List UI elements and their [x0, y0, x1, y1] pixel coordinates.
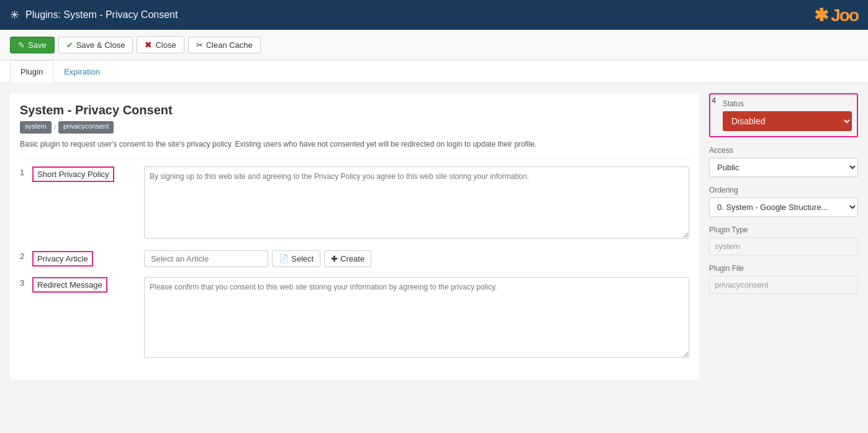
- sidebar: 4 Status Disabled Enabled Access Public …: [709, 93, 858, 380]
- access-label: Access: [709, 146, 858, 155]
- joomla-logo: ✱ Joo: [814, 5, 858, 25]
- privacy-article-label: Privacy Article: [32, 251, 93, 267]
- field-label-col-2: Privacy Article: [32, 251, 144, 267]
- ordering-label: Ordering: [709, 186, 858, 194]
- badge-separator: /: [54, 121, 56, 134]
- field-number-1: 1: [20, 168, 24, 177]
- plugin-description: Basic plugin to request user's consent t…: [20, 140, 689, 148]
- save-icon: ✎: [18, 40, 25, 50]
- field-number-3: 3: [20, 278, 24, 288]
- access-select[interactable]: Public Registered Special: [709, 158, 858, 177]
- clean-cache-button[interactable]: ✂ Clean Cache: [188, 37, 261, 53]
- field-row-short-privacy: 1 Short Privacy Policy: [20, 166, 689, 240]
- plugin-type-section: Plugin Type system: [709, 226, 858, 255]
- toolbar: ✎ Save ✔ Save & Close ✖ Close ✂ Clean Ca…: [0, 30, 868, 60]
- status-dropdown-wrapper: Disabled Enabled: [723, 111, 852, 131]
- select-doc-icon: 📄: [279, 254, 289, 263]
- tab-plugin[interactable]: Plugin: [10, 60, 53, 83]
- plugin-file-section: Plugin File privacyconsent: [709, 264, 858, 294]
- field-label-col-3: Redirect Message: [32, 277, 144, 293]
- tab-expiration[interactable]: Expiration: [53, 60, 111, 83]
- plugin-type-label: Plugin Type: [709, 226, 858, 234]
- plugin-section: System - Privacy Consent system / privac…: [10, 93, 699, 380]
- short-privacy-policy-control: [144, 166, 689, 240]
- badges: system / privacyconsent: [20, 121, 689, 134]
- select-article-button[interactable]: 📄 Select: [272, 250, 320, 267]
- close-icon: ✖: [145, 40, 152, 50]
- plus-circle-icon: ✚: [331, 254, 338, 263]
- field-row-redirect-message: 3 Redirect Message: [20, 277, 689, 360]
- short-privacy-policy-textarea[interactable]: [144, 166, 689, 239]
- field-number-2: 2: [20, 252, 24, 261]
- save-close-button[interactable]: ✔ Save & Close: [58, 37, 133, 53]
- close-button[interactable]: ✖ Close: [137, 36, 184, 53]
- create-article-button[interactable]: ✚ Create: [324, 250, 371, 267]
- status-label: Status: [723, 99, 852, 108]
- save-button[interactable]: ✎ Save: [10, 37, 55, 53]
- field-row-privacy-article: 2 Privacy Article 📄 Select ✚ Create: [20, 250, 689, 267]
- field-label-col-1: Short Privacy Policy: [32, 166, 144, 182]
- access-section: Access Public Registered Special: [709, 146, 858, 177]
- privacy-article-control: 📄 Select ✚ Create: [144, 250, 689, 267]
- divider: [20, 158, 689, 159]
- tabs: Plugin Expiration: [0, 60, 868, 83]
- plugin-file-value: privacyconsent: [709, 276, 858, 294]
- ordering-section: Ordering 0. System - Google Structure...: [709, 186, 858, 217]
- badge-privacyconsent: privacyconsent: [58, 121, 114, 134]
- badge-system: system: [20, 121, 52, 134]
- short-privacy-policy-label: Short Privacy Policy: [32, 166, 114, 182]
- status-select[interactable]: Disabled Enabled: [723, 111, 852, 131]
- page-title: Plugins: System - Privacy Consent: [25, 9, 814, 21]
- header: ✳ Plugins: System - Privacy Consent ✱ Jo…: [0, 0, 868, 30]
- check-icon: ✔: [66, 40, 73, 50]
- redirect-message-textarea[interactable]: [144, 277, 689, 358]
- cache-icon: ✂: [196, 40, 203, 50]
- main-content: System - Privacy Consent system / privac…: [10, 93, 699, 380]
- plugin-file-label: Plugin File: [709, 264, 858, 273]
- redirect-message-label: Redirect Message: [32, 277, 107, 293]
- ordering-select[interactable]: 0. System - Google Structure...: [709, 198, 858, 217]
- redirect-message-control: [144, 277, 689, 360]
- article-input[interactable]: [144, 250, 268, 267]
- plugin-icon: ✳: [10, 8, 19, 22]
- content-wrapper: System - Privacy Consent system / privac…: [0, 83, 868, 390]
- status-number: 4: [712, 96, 716, 105]
- status-section: 4 Status Disabled Enabled: [709, 93, 858, 137]
- plugin-title: System - Privacy Consent: [20, 103, 689, 117]
- plugin-type-value: system: [709, 237, 858, 255]
